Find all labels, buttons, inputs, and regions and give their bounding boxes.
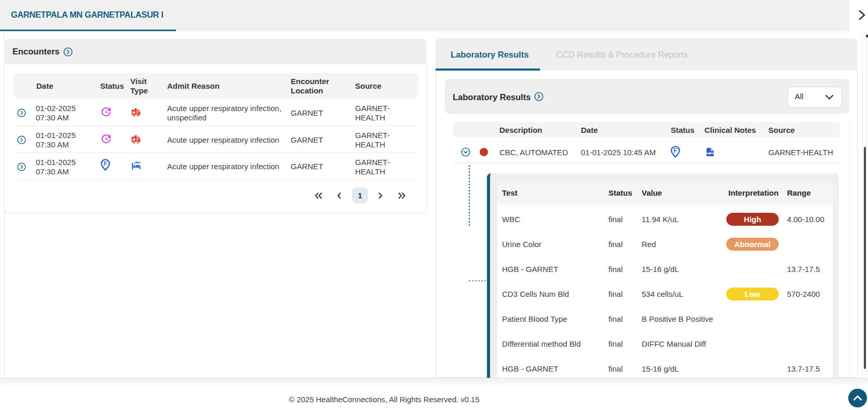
svg-text:F: F	[674, 147, 677, 154]
svg-text:F: F	[104, 160, 107, 167]
